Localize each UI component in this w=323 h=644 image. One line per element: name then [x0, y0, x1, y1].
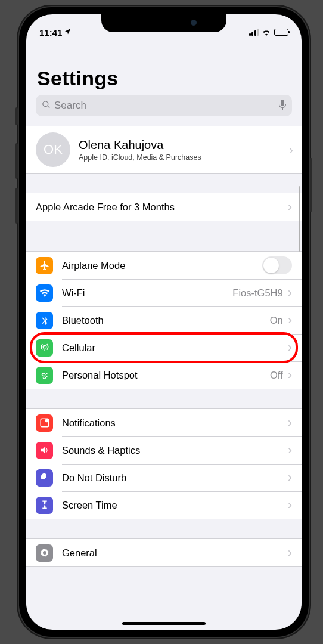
arcade-promo-label: Apple Arcade Free for 3 Months: [36, 202, 288, 213]
phone-frame: 11:41 Settings Search: [18, 6, 310, 638]
hotspot-label: Personal Hotspot: [62, 370, 270, 381]
home-indicator[interactable]: [122, 622, 206, 625]
wifi-detail: Fios-tG5H9: [232, 287, 282, 299]
avatar-initials: OK: [44, 142, 63, 157]
chevron-right-icon: ›: [288, 369, 292, 382]
gear-icon: [36, 544, 53, 562]
screentime-row[interactable]: Screen Time ›: [26, 491, 302, 519]
wifi-label: Wi-Fi: [62, 287, 232, 299]
volume-down-button[interactable]: [15, 188, 18, 224]
chevron-right-icon: ›: [288, 416, 292, 429]
chevron-right-icon: ›: [288, 546, 292, 559]
cellular-signal-icon: [249, 29, 259, 36]
status-time: 11:41: [39, 27, 62, 38]
battery-icon: [274, 29, 288, 36]
hotspot-icon: [36, 367, 53, 384]
chevron-right-icon: ›: [288, 444, 292, 457]
notifications-group: Notifications › Sounds & Haptics › Do No…: [26, 408, 302, 519]
sounds-icon: [36, 442, 53, 459]
connectivity-group: Airplane Mode Wi-Fi Fios-tG5H9 › Bluetoo…: [26, 251, 302, 389]
hotspot-row[interactable]: Personal Hotspot Off ›: [26, 361, 302, 389]
microphone-icon[interactable]: [279, 100, 286, 112]
bluetooth-label: Bluetooth: [62, 315, 270, 326]
wifi-settings-icon: [36, 284, 53, 302]
profile-group: OK Olena Kahujova Apple ID, iCloud, Medi…: [26, 126, 302, 174]
cellular-icon: [36, 339, 53, 357]
profile-subtitle: Apple ID, iCloud, Media & Purchases: [79, 153, 201, 162]
page-title: Settings: [26, 43, 302, 95]
cellular-label: Cellular: [62, 342, 288, 354]
volume-up-button[interactable]: [15, 143, 18, 179]
airplane-mode-toggle[interactable]: [262, 256, 292, 274]
power-button[interactable]: [310, 158, 312, 212]
hotspot-detail: Off: [270, 370, 283, 381]
silent-switch[interactable]: [15, 107, 18, 125]
notch: [101, 14, 226, 32]
dnd-label: Do Not Disturb: [62, 472, 288, 484]
chevron-right-icon: ›: [289, 143, 293, 157]
bluetooth-row[interactable]: Bluetooth On ›: [26, 306, 302, 334]
chevron-right-icon: ›: [288, 314, 292, 327]
cellular-row[interactable]: Cellular ›: [26, 334, 302, 361]
bluetooth-detail: On: [270, 315, 283, 326]
general-group: General ›: [26, 538, 302, 567]
general-row[interactable]: General ›: [26, 539, 302, 566]
dnd-row[interactable]: Do Not Disturb ›: [26, 464, 302, 491]
chevron-right-icon: ›: [288, 341, 292, 354]
profile-name: Olena Kahujova: [79, 138, 201, 152]
arcade-promo-row[interactable]: Apple Arcade Free for 3 Months ›: [26, 193, 302, 221]
general-label: General: [62, 547, 288, 559]
wifi-icon: [262, 27, 271, 38]
profile-row[interactable]: OK Olena Kahujova Apple ID, iCloud, Medi…: [26, 126, 302, 173]
screentime-label: Screen Time: [62, 500, 288, 511]
bluetooth-icon: [36, 312, 53, 329]
airplane-icon: [36, 257, 53, 274]
sounds-row[interactable]: Sounds & Haptics ›: [26, 436, 302, 464]
svg-point-1: [45, 419, 48, 422]
search-icon: [42, 100, 51, 112]
notifications-row[interactable]: Notifications ›: [26, 409, 302, 436]
airplane-mode-row[interactable]: Airplane Mode: [26, 252, 302, 279]
screen: 11:41 Settings Search: [26, 14, 302, 630]
airplane-mode-label: Airplane Mode: [62, 260, 262, 271]
chevron-right-icon: ›: [288, 471, 292, 484]
avatar: OK: [36, 132, 70, 167]
screentime-icon: [36, 497, 53, 514]
notifications-icon: [36, 414, 53, 432]
chevron-right-icon: ›: [288, 499, 292, 512]
location-icon: [64, 28, 72, 37]
sounds-label: Sounds & Haptics: [62, 445, 288, 456]
notifications-label: Notifications: [62, 417, 288, 429]
promo-group: Apple Arcade Free for 3 Months ›: [26, 193, 302, 221]
search-input[interactable]: Search: [36, 95, 292, 116]
dnd-icon: [36, 469, 53, 487]
scroll-indicator[interactable]: [299, 186, 301, 252]
chevron-right-icon: ›: [288, 200, 292, 213]
content-scroll[interactable]: Settings Search OK Olena Kahujova: [26, 43, 302, 630]
search-placeholder: Search: [54, 100, 275, 112]
chevron-right-icon: ›: [288, 286, 292, 299]
wifi-row[interactable]: Wi-Fi Fios-tG5H9 ›: [26, 279, 302, 306]
